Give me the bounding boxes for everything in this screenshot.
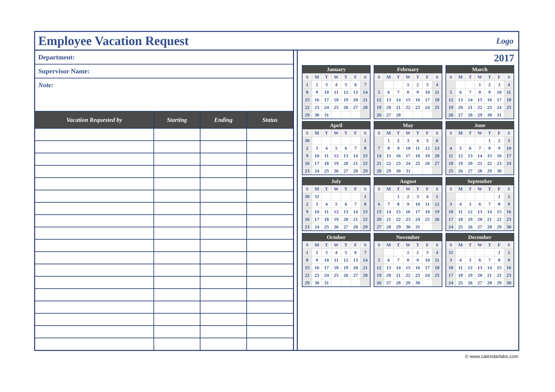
table-cell[interactable] — [154, 141, 200, 153]
table-cell[interactable] — [154, 252, 200, 264]
day-cell — [351, 193, 361, 200]
table-row[interactable] — [35, 313, 293, 326]
table-cell[interactable] — [35, 178, 154, 190]
table-cell[interactable] — [35, 128, 154, 141]
table-row[interactable] — [35, 301, 293, 313]
table-row[interactable] — [35, 289, 293, 301]
table-cell[interactable] — [247, 326, 293, 338]
table-cell[interactable] — [200, 141, 247, 153]
table-cell[interactable] — [247, 264, 293, 276]
table-cell[interactable] — [247, 313, 293, 326]
table-cell[interactable] — [247, 239, 293, 252]
table-cell[interactable] — [35, 202, 154, 215]
table-cell[interactable] — [247, 289, 293, 301]
table-cell[interactable] — [200, 289, 247, 301]
table-cell[interactable] — [35, 153, 154, 165]
table-cell[interactable] — [247, 178, 293, 190]
table-cell[interactable] — [247, 141, 293, 153]
department-label[interactable]: Department: — [35, 50, 293, 64]
month-name: September — [446, 178, 514, 185]
table-row[interactable] — [35, 326, 293, 338]
table-row[interactable] — [35, 141, 293, 153]
table-cell[interactable] — [247, 190, 293, 202]
table-row[interactable] — [35, 239, 293, 252]
table-cell[interactable] — [154, 190, 200, 202]
table-row[interactable] — [35, 128, 293, 141]
table-cell[interactable] — [247, 153, 293, 165]
table-row[interactable] — [35, 165, 293, 178]
day-cell: 28 — [394, 279, 403, 286]
table-cell[interactable] — [200, 313, 247, 326]
table-row[interactable] — [35, 252, 293, 264]
table-cell[interactable] — [200, 165, 247, 178]
table-cell[interactable] — [247, 128, 293, 141]
table-cell[interactable] — [154, 128, 200, 141]
day-cell: 13 — [475, 208, 485, 215]
table-cell[interactable] — [200, 264, 247, 276]
table-cell[interactable] — [154, 338, 200, 350]
table-cell[interactable] — [35, 165, 154, 178]
table-cell[interactable] — [154, 276, 200, 289]
table-cell[interactable] — [35, 264, 154, 276]
table-cell[interactable] — [154, 227, 200, 239]
table-cell[interactable] — [200, 301, 247, 313]
table-cell[interactable] — [200, 190, 247, 202]
dow-cell: S — [504, 129, 514, 136]
table-cell[interactable] — [35, 190, 154, 202]
table-cell[interactable] — [35, 338, 154, 350]
table-cell[interactable] — [247, 215, 293, 227]
table-cell[interactable] — [200, 276, 247, 289]
table-row[interactable] — [35, 202, 293, 215]
table-row[interactable] — [35, 215, 293, 227]
table-cell[interactable] — [35, 313, 154, 326]
table-cell[interactable] — [200, 215, 247, 227]
table-cell[interactable] — [247, 338, 293, 350]
dow-cell: F — [495, 73, 504, 81]
table-row[interactable] — [35, 338, 293, 350]
table-cell[interactable] — [200, 252, 247, 264]
table-cell[interactable] — [247, 165, 293, 178]
table-cell[interactable] — [247, 227, 293, 239]
table-cell[interactable] — [35, 326, 154, 338]
table-cell[interactable] — [154, 153, 200, 165]
table-cell[interactable] — [154, 301, 200, 313]
table-cell[interactable] — [35, 215, 154, 227]
table-cell[interactable] — [200, 178, 247, 190]
table-cell[interactable] — [154, 289, 200, 301]
table-cell[interactable] — [154, 264, 200, 276]
table-cell[interactable] — [35, 227, 154, 239]
table-row[interactable] — [35, 276, 293, 289]
table-cell[interactable] — [35, 301, 154, 313]
supervisor-label[interactable]: Supervisor Name: — [35, 64, 293, 78]
table-cell[interactable] — [247, 252, 293, 264]
table-cell[interactable] — [247, 301, 293, 313]
table-cell[interactable] — [154, 215, 200, 227]
table-cell[interactable] — [247, 202, 293, 215]
table-cell[interactable] — [200, 239, 247, 252]
day-cell: 11 — [331, 256, 341, 264]
table-cell[interactable] — [200, 128, 247, 141]
table-cell[interactable] — [154, 326, 200, 338]
table-cell[interactable] — [247, 276, 293, 289]
table-cell[interactable] — [200, 153, 247, 165]
table-cell[interactable] — [35, 276, 154, 289]
table-row[interactable] — [35, 264, 293, 276]
table-cell[interactable] — [154, 165, 200, 178]
note-label[interactable]: Note: — [35, 78, 293, 112]
table-cell[interactable] — [154, 313, 200, 326]
table-cell[interactable] — [200, 227, 247, 239]
table-cell[interactable] — [200, 326, 247, 338]
table-row[interactable] — [35, 190, 293, 202]
table-row[interactable] — [35, 178, 293, 190]
table-cell[interactable] — [154, 202, 200, 215]
table-cell[interactable] — [154, 178, 200, 190]
table-row[interactable] — [35, 227, 293, 239]
table-cell[interactable] — [35, 239, 154, 252]
table-cell[interactable] — [154, 239, 200, 252]
table-row[interactable] — [35, 153, 293, 165]
table-cell[interactable] — [35, 252, 154, 264]
table-cell[interactable] — [200, 338, 247, 350]
table-cell[interactable] — [200, 202, 247, 215]
table-cell[interactable] — [35, 141, 154, 153]
table-cell[interactable] — [35, 289, 154, 301]
